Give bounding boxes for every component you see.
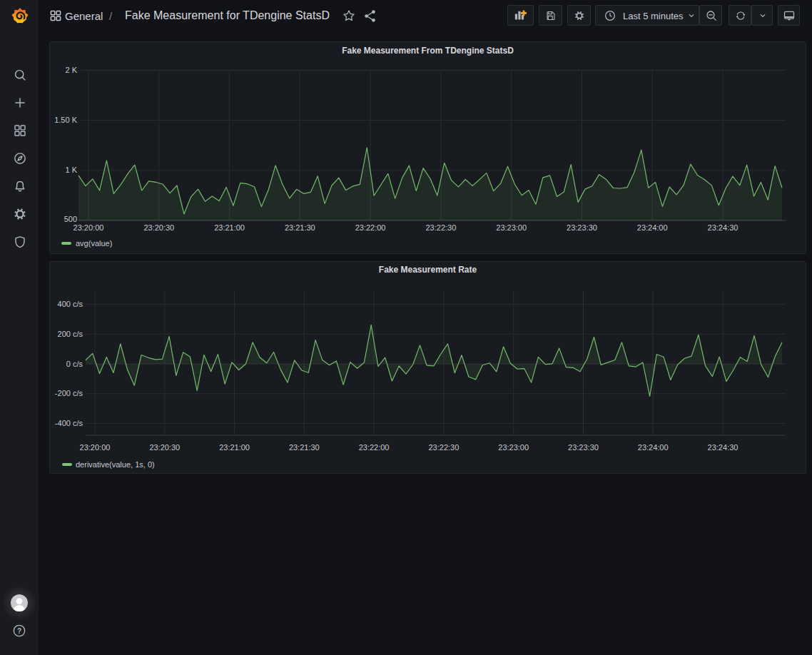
svg-text:1.50 K: 1.50 K	[54, 116, 77, 124]
svg-text:400 c/s: 400 c/s	[58, 300, 83, 308]
svg-text:23:20:00: 23:20:00	[80, 443, 111, 452]
svg-text:23:21:00: 23:21:00	[219, 443, 250, 452]
svg-text:1 K: 1 K	[65, 166, 77, 174]
svg-text:23:21:00: 23:21:00	[214, 223, 245, 232]
svg-text:500: 500	[64, 215, 77, 223]
svg-text:23:23:30: 23:23:30	[568, 443, 599, 452]
svg-text:23:24:30: 23:24:30	[708, 223, 739, 232]
svg-text:0 c/s: 0 c/s	[66, 360, 83, 368]
svg-text:23:22:30: 23:22:30	[428, 443, 459, 452]
svg-text:23:23:00: 23:23:00	[498, 443, 529, 452]
svg-text:23:20:30: 23:20:30	[143, 223, 174, 232]
svg-text:23:21:30: 23:21:30	[289, 443, 320, 452]
svg-text:-200 c/s: -200 c/s	[55, 389, 83, 397]
svg-text:23:20:30: 23:20:30	[149, 443, 180, 452]
svg-text:-400 c/s: -400 c/s	[55, 419, 83, 427]
svg-text:2 K: 2 K	[65, 66, 77, 74]
svg-text:23:23:00: 23:23:00	[496, 223, 527, 232]
svg-text:23:22:00: 23:22:00	[355, 223, 386, 232]
svg-text:?: ?	[17, 627, 21, 635]
svg-text:200 c/s: 200 c/s	[58, 330, 83, 338]
svg-text:23:24:00: 23:24:00	[637, 223, 668, 232]
svg-text:23:22:00: 23:22:00	[359, 443, 390, 452]
svg-text:23:20:00: 23:20:00	[73, 223, 104, 232]
svg-text:23:24:30: 23:24:30	[708, 443, 739, 452]
svg-text:23:23:30: 23:23:30	[567, 223, 597, 232]
svg-text:23:24:00: 23:24:00	[638, 443, 669, 452]
svg-text:23:21:30: 23:21:30	[285, 223, 315, 232]
svg-text:23:22:30: 23:22:30	[425, 223, 456, 232]
